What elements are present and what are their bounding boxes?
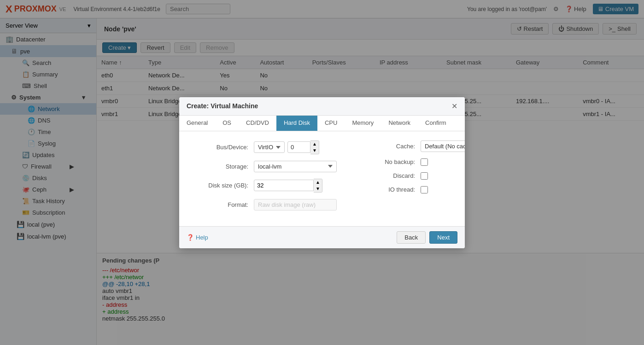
disk-size-input[interactable] bbox=[254, 180, 314, 191]
cache-row: Cache: Default (No cache) Write back Wri… bbox=[355, 140, 465, 152]
cache-field: Default (No cache) Write back Write thro… bbox=[421, 140, 465, 152]
modal-body: Bus/Device: VirtIO IDE SATA SCSI bbox=[179, 131, 465, 226]
tab-cddvd[interactable]: CD/DVD bbox=[239, 116, 276, 131]
footer-actions: Back Next bbox=[397, 231, 457, 244]
modal-close-button[interactable]: ✕ bbox=[451, 102, 457, 111]
no-backup-row: No backup: bbox=[355, 158, 465, 166]
modal-overlay: Create: Virtual Machine ✕ General OS CD/… bbox=[0, 0, 644, 345]
discard-checkbox[interactable] bbox=[421, 172, 428, 180]
create-vm-modal: Create: Virtual Machine ✕ General OS CD/… bbox=[179, 97, 465, 248]
bus-device-number-spinner: ▲ ▼ bbox=[287, 140, 319, 154]
next-button[interactable]: Next bbox=[429, 231, 457, 244]
modal-footer: ❓ Help Back Next bbox=[179, 226, 465, 248]
no-backup-label: No backup: bbox=[355, 158, 415, 165]
tab-os[interactable]: OS bbox=[215, 116, 239, 131]
tab-confirm[interactable]: Confirm bbox=[418, 116, 454, 131]
cache-label: Cache: bbox=[355, 143, 415, 150]
io-thread-row: IO thread: bbox=[355, 186, 465, 193]
bus-device-spin-buttons: ▲ ▼ bbox=[310, 140, 319, 154]
help-link-label: Help bbox=[196, 234, 208, 241]
discard-row: Discard: bbox=[355, 172, 465, 180]
bus-device-field: VirtIO IDE SATA SCSI ▲ ▼ bbox=[254, 140, 337, 154]
io-thread-checkbox[interactable] bbox=[421, 186, 428, 193]
help-question-icon: ❓ bbox=[187, 234, 194, 241]
disk-size-spin-up[interactable]: ▲ bbox=[314, 179, 322, 186]
tab-cpu[interactable]: CPU bbox=[317, 116, 345, 131]
bus-device-num-input[interactable] bbox=[287, 141, 310, 153]
disk-size-spin-down[interactable]: ▼ bbox=[314, 186, 322, 192]
form-left-col: Bus/Device: VirtIO IDE SATA SCSI bbox=[188, 140, 337, 217]
format-row: Format: Raw disk image (raw) bbox=[188, 199, 337, 211]
tab-harddisk[interactable]: Hard Disk bbox=[276, 116, 317, 131]
tab-memory[interactable]: Memory bbox=[345, 116, 381, 131]
storage-select[interactable]: local-lvm local bbox=[254, 161, 337, 172]
form-right-col: Cache: Default (No cache) Write back Wri… bbox=[355, 140, 465, 217]
discard-label: Discard: bbox=[355, 172, 415, 179]
disk-size-spinner: ▲ ▼ bbox=[254, 179, 322, 193]
storage-field: local-lvm local bbox=[254, 161, 337, 172]
bus-device-spin-down[interactable]: ▼ bbox=[310, 147, 319, 154]
modal-title: Create: Virtual Machine bbox=[187, 102, 258, 110]
bus-device-select[interactable]: VirtIO IDE SATA SCSI bbox=[254, 141, 285, 153]
io-thread-field bbox=[421, 186, 465, 193]
tab-general[interactable]: General bbox=[179, 116, 215, 131]
help-link[interactable]: ❓ Help bbox=[187, 234, 208, 241]
modal-tabs: General OS CD/DVD Hard Disk CPU Memory N… bbox=[179, 116, 465, 131]
disk-size-field: ▲ ▼ bbox=[254, 179, 337, 193]
no-backup-checkbox[interactable] bbox=[421, 158, 428, 166]
disk-size-row: Disk size (GB): ▲ ▼ bbox=[188, 179, 337, 193]
no-backup-field bbox=[421, 158, 465, 166]
bus-device-row: Bus/Device: VirtIO IDE SATA SCSI bbox=[188, 140, 337, 154]
format-select: Raw disk image (raw) bbox=[254, 199, 337, 211]
bus-device-spin-up[interactable]: ▲ bbox=[310, 141, 319, 147]
modal-header: Create: Virtual Machine ✕ bbox=[179, 97, 465, 116]
discard-field bbox=[421, 172, 465, 180]
bus-device-label: Bus/Device: bbox=[188, 144, 248, 151]
storage-row: Storage: local-lvm local bbox=[188, 161, 337, 172]
form-two-col: Bus/Device: VirtIO IDE SATA SCSI bbox=[188, 140, 456, 217]
disk-size-spin-buttons: ▲ ▼ bbox=[314, 179, 322, 193]
format-field: Raw disk image (raw) bbox=[254, 199, 337, 211]
disk-size-label: Disk size (GB): bbox=[188, 182, 248, 189]
format-label: Format: bbox=[188, 201, 248, 208]
io-thread-label: IO thread: bbox=[355, 186, 415, 193]
cache-select[interactable]: Default (No cache) Write back Write thro… bbox=[421, 140, 465, 152]
tab-network[interactable]: Network bbox=[381, 116, 418, 131]
back-button[interactable]: Back bbox=[397, 231, 426, 244]
storage-label: Storage: bbox=[188, 163, 248, 170]
